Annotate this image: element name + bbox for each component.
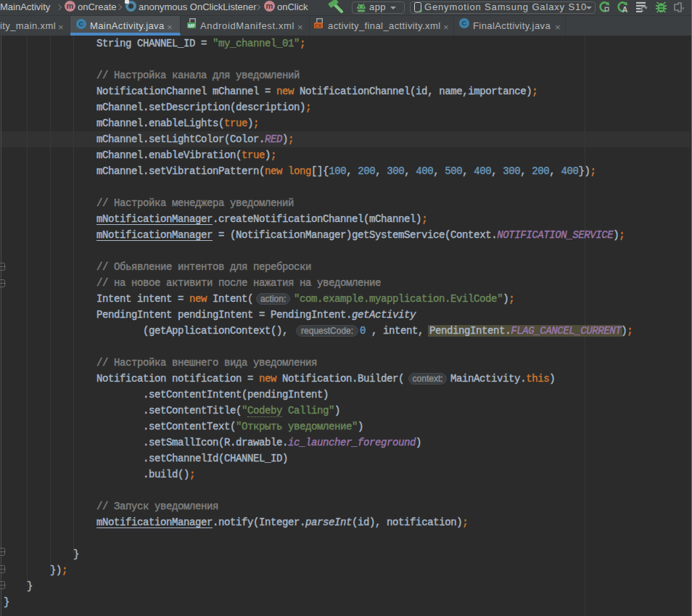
svg-text:CX: CX — [315, 23, 322, 28]
svg-text:A: A — [622, 5, 628, 14]
svg-text:MF: MF — [188, 23, 196, 28]
